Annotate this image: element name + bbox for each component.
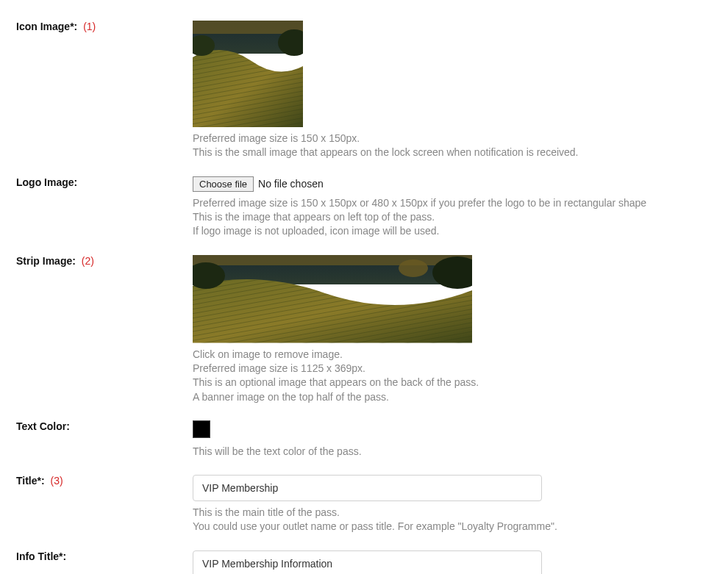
label-title: Title*: [16, 475, 45, 487]
label-strip-image: Strip Image: [16, 255, 76, 267]
annot-strip-image: (2) [82, 255, 94, 267]
field-text-color: Text Color: This will be the text color … [16, 420, 712, 459]
field-logo-image: Logo Image: Choose file No file chosen P… [16, 176, 712, 239]
choose-file-button[interactable]: Choose file [193, 176, 254, 192]
info-title-input[interactable] [193, 550, 542, 574]
label-text-color: Text Color: [16, 420, 70, 432]
icon-image-thumbnail[interactable] [193, 21, 303, 127]
field-title: Title*: (3) This is the main title of th… [16, 475, 712, 534]
label-icon-image: Icon Image*: [16, 21, 77, 32]
help-text-color: This will be the text color of the pass. [193, 445, 712, 459]
strip-image-thumbnail[interactable] [193, 255, 472, 343]
help-title: This is the main title of the pass. You … [193, 506, 712, 534]
field-strip-image: Strip Image: (2) Click on image to remov… [16, 255, 712, 404]
logo-image-file-input[interactable]: Choose file No file chosen [193, 176, 324, 192]
field-icon-image: Icon Image*: (1) Preferred image size is… [16, 21, 712, 160]
annot-icon-image: (1) [83, 21, 96, 32]
help-logo-image: Preferred image size is 150 x 150px or 4… [193, 196, 712, 239]
label-logo-image: Logo Image: [16, 176, 77, 188]
label-info-title: Info Title*: [16, 550, 66, 562]
title-input[interactable] [193, 475, 542, 501]
help-icon-image: Preferred image size is 150 x 150px. Thi… [193, 132, 712, 160]
svg-rect-9 [193, 255, 472, 265]
field-info-title: Info Title*: This is the title of the pa… [16, 550, 712, 574]
annot-title: (3) [51, 475, 63, 487]
text-color-swatch[interactable] [193, 420, 210, 438]
help-strip-image: Click on image to remove image. Preferre… [193, 348, 712, 404]
file-status-text: No file chosen [258, 178, 324, 190]
svg-point-12 [399, 259, 428, 277]
